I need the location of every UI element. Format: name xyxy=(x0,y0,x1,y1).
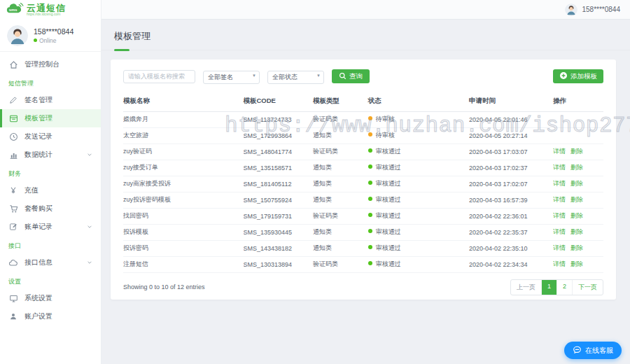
page-head: 模板管理 xyxy=(102,20,630,50)
topbar: sms 云通短信 https://dx.idcsmg.com 158****08… xyxy=(0,0,630,20)
online-support-button[interactable]: 在线客服 xyxy=(564,342,622,359)
sidebar-item-bill[interactable]: 账单记录 xyxy=(0,218,101,236)
table-row: 投诉密码SMS_143438182通知类审核通过2020-04-02 22:35… xyxy=(123,240,603,256)
topbar-right: 158****0844 xyxy=(102,0,630,19)
template-name: zuy商家接受投诉 xyxy=(123,180,171,187)
detail-link[interactable]: 详情 xyxy=(553,196,566,203)
table-row: zuy投诉密码模板SMS_150755924通知类审核通过2020-04-03 … xyxy=(123,192,603,208)
pagination-page-2[interactable]: 2 xyxy=(556,280,572,295)
brand-name: 云通短信 xyxy=(27,4,66,13)
sidebar-item-label: 充值 xyxy=(24,186,38,195)
status-dot-icon xyxy=(368,148,372,153)
search-button[interactable]: 查询 xyxy=(332,69,370,83)
sidebar-user-card: 158****0844 Online xyxy=(0,20,101,52)
main-content: 模板管理 全部签名 ▼ 全部状态 ▼ 查询 xyxy=(102,20,630,364)
chevron-down-icon xyxy=(87,152,92,158)
avatar[interactable] xyxy=(565,4,578,16)
template-name: zuy接受订单 xyxy=(123,164,158,171)
delete-link[interactable]: 删除 xyxy=(570,148,583,155)
status-dot-icon xyxy=(368,164,372,169)
template-type: 通知类 xyxy=(313,244,332,251)
template-search-input[interactable] xyxy=(123,70,195,83)
sidebar-item-yen[interactable]: 充值 xyxy=(0,181,101,200)
status-dot-icon xyxy=(368,229,372,233)
sidebar-item-pencil[interactable]: 签名管理 xyxy=(0,91,101,109)
template-type: 通知类 xyxy=(313,196,332,203)
status-label: 待审核 xyxy=(376,115,395,122)
sidebar-section-label: 设置 xyxy=(0,272,101,289)
pagination-page-1[interactable]: 1 xyxy=(541,280,556,295)
apply-time: 2020-04-03 17:03:07 xyxy=(469,148,528,155)
template-code: SMS_143438182 xyxy=(244,245,293,252)
sidebar-item-home[interactable]: 管理控制台 xyxy=(0,55,101,74)
template-code: SMS_135930445 xyxy=(244,229,293,236)
status-dot-icon xyxy=(368,213,372,217)
signature-select-wrap: 全部签名 ▼ xyxy=(203,69,260,84)
search-icon xyxy=(339,72,346,81)
template-name: 太空旅游 xyxy=(123,132,148,139)
status-select[interactable]: 全部状态 xyxy=(267,71,324,84)
delete-link[interactable]: 删除 xyxy=(570,244,583,251)
delete-link[interactable]: 删除 xyxy=(570,196,583,203)
home-icon xyxy=(8,59,18,69)
sidebar-item-label: 接口信息 xyxy=(24,258,52,267)
sidebar-item-cart[interactable]: 套餐购买 xyxy=(0,200,101,218)
detail-link[interactable]: 详情 xyxy=(553,164,566,171)
detail-link[interactable]: 详情 xyxy=(553,180,566,187)
apply-time: 2020-04-05 20:27:14 xyxy=(469,132,528,139)
template-type: 通知类 xyxy=(313,228,332,235)
detail-link[interactable]: 详情 xyxy=(553,228,566,235)
topbar-username[interactable]: 158****0844 xyxy=(582,6,621,13)
bill-icon xyxy=(8,222,18,232)
plus-circle-icon xyxy=(559,71,568,81)
detail-link[interactable]: 详情 xyxy=(553,148,566,155)
pagination-prev[interactable]: 上一页 xyxy=(511,280,541,295)
detail-link[interactable]: 详情 xyxy=(553,244,566,251)
apply-time: 2020-04-03 16:57:39 xyxy=(469,197,528,204)
apply-time: 2020-04-02 22:36:01 xyxy=(469,213,528,220)
detail-link[interactable]: 详情 xyxy=(553,260,566,267)
chevron-down-icon xyxy=(87,224,92,230)
chat-bubble-icon xyxy=(573,345,582,356)
avatar xyxy=(7,25,28,46)
sidebar-item-cloud[interactable]: 接口信息 xyxy=(0,253,101,272)
template-name: 找回密码 xyxy=(123,212,148,219)
template-code: SMS_130313894 xyxy=(244,261,293,268)
sidebar-section-label: 接口 xyxy=(0,236,101,253)
sidebar-item-label: 系统设置 xyxy=(24,293,52,303)
sidebar-item-monitor[interactable]: 系统设置 xyxy=(0,289,101,307)
template-type: 验证码类 xyxy=(313,212,338,219)
status-dot-icon xyxy=(368,116,372,120)
template-type: 验证码类 xyxy=(313,148,338,155)
sidebar-item-user[interactable]: 账户设置 xyxy=(0,307,101,326)
sidebar-username: 158****0844 xyxy=(34,27,74,36)
sidebar-item-chart[interactable]: 数据统计 xyxy=(0,146,101,164)
table-header-row: 模板名称 模板CODE 模板类型 状态 申请时间 操作 xyxy=(123,93,603,112)
page-title: 模板管理 xyxy=(114,30,617,43)
detail-link[interactable]: 详情 xyxy=(553,212,566,219)
sidebar-item-clock[interactable]: 发送记录 xyxy=(0,127,101,146)
pagination-next[interactable]: 下一页 xyxy=(572,280,603,295)
cart-icon xyxy=(8,204,18,214)
online-status: Online xyxy=(34,37,74,44)
delete-link[interactable]: 删除 xyxy=(570,212,583,219)
template-code: SMS_113724733 xyxy=(244,116,292,123)
delete-link[interactable]: 删除 xyxy=(570,260,583,267)
delete-link[interactable]: 删除 xyxy=(570,228,583,235)
brand-logo[interactable]: sms 云通短信 https://dx.idcsmg.com xyxy=(0,0,102,20)
monitor-icon xyxy=(8,293,18,303)
add-template-button[interactable]: 添加模板 xyxy=(553,69,603,83)
sms-cloud-logo-icon: sms xyxy=(5,2,24,18)
template-icon xyxy=(8,113,18,123)
status-label: 审核通过 xyxy=(376,196,401,203)
delete-link[interactable]: 删除 xyxy=(570,164,583,171)
signature-select[interactable]: 全部签名 xyxy=(203,71,260,84)
yen-icon xyxy=(8,186,18,195)
status-label: 审核通过 xyxy=(376,180,401,187)
table-footer: Showing 0 to 10 of 12 entries 上一页12下一页 xyxy=(123,279,603,295)
sidebar-item-label: 账单记录 xyxy=(24,222,52,232)
template-code: SMS_181405112 xyxy=(244,181,292,188)
status-dot-icon xyxy=(368,197,372,201)
delete-link[interactable]: 删除 xyxy=(570,180,583,187)
sidebar-item-template[interactable]: 模板管理 xyxy=(0,109,101,127)
